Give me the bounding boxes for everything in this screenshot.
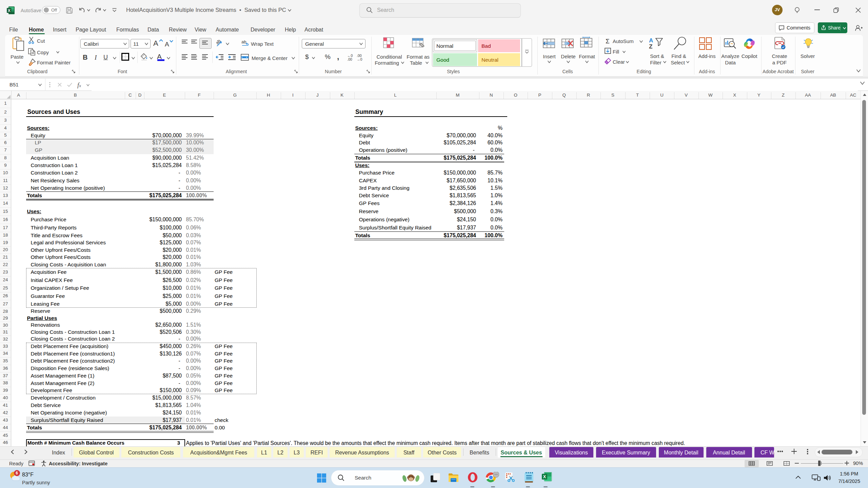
svg-text:Z: Z bbox=[649, 43, 652, 50]
svg-text:.00: .00 bbox=[347, 57, 352, 61]
svg-text:→0: →0 bbox=[357, 57, 362, 61]
svg-text:ab: ab bbox=[216, 39, 222, 45]
svg-text:ab: ab bbox=[241, 40, 246, 44]
svg-text:A: A bbox=[649, 37, 653, 44]
svg-text:X: X bbox=[543, 474, 546, 479]
svg-text:X: X bbox=[8, 8, 11, 13]
